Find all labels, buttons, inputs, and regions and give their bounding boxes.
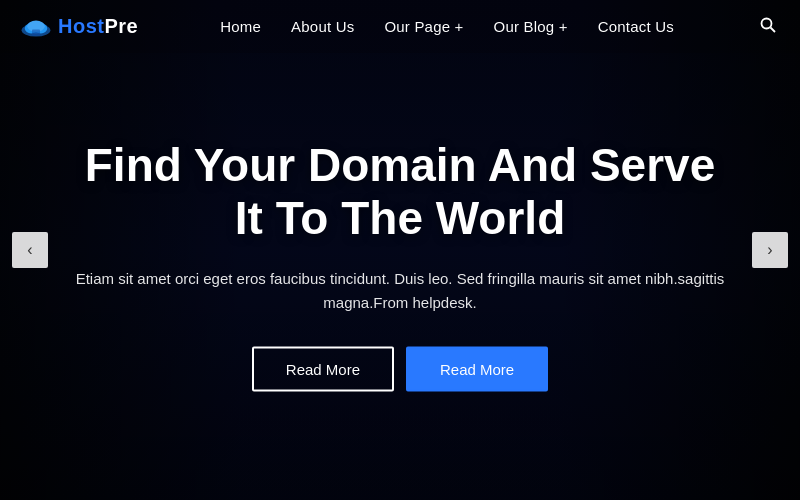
svg-rect-5: [32, 29, 40, 35]
nav-item-home[interactable]: Home: [220, 18, 261, 36]
cloud-icon: [20, 15, 52, 39]
navbar: HostPre Home About Us Our Page + Our Blo…: [0, 0, 800, 53]
hero-section: HostPre Home About Us Our Page + Our Blo…: [0, 0, 800, 500]
hero-subtitle: Etiam sit amet orci eget eros faucibus t…: [60, 266, 740, 314]
nav-item-about[interactable]: About Us: [291, 18, 354, 36]
slider-arrow-right[interactable]: ›: [752, 232, 788, 268]
slider-arrow-left[interactable]: ‹: [12, 232, 48, 268]
nav-item-ourpage[interactable]: Our Page +: [384, 18, 463, 36]
nav-item-blog[interactable]: Our Blog +: [494, 18, 568, 36]
nav-link-about[interactable]: About Us: [291, 18, 354, 35]
read-more-outline-button[interactable]: Read More: [252, 346, 394, 391]
svg-point-6: [761, 18, 771, 28]
read-more-primary-button[interactable]: Read More: [406, 346, 548, 391]
hero-title: Find Your Domain And Serve It To The Wor…: [60, 139, 740, 245]
search-icon[interactable]: [756, 13, 780, 41]
logo-text: HostPre: [58, 15, 138, 38]
nav-menu: Home About Us Our Page + Our Blog + Cont…: [220, 18, 674, 36]
nav-link-home[interactable]: Home: [220, 18, 261, 35]
nav-link-ourpage[interactable]: Our Page +: [384, 18, 463, 35]
logo-link[interactable]: HostPre: [20, 15, 138, 39]
nav-link-blog[interactable]: Our Blog +: [494, 18, 568, 35]
svg-line-7: [770, 27, 775, 32]
nav-link-contact[interactable]: Contact Us: [598, 18, 674, 35]
nav-item-contact[interactable]: Contact Us: [598, 18, 674, 36]
hero-content: Find Your Domain And Serve It To The Wor…: [60, 139, 740, 392]
hero-buttons: Read More Read More: [60, 346, 740, 391]
